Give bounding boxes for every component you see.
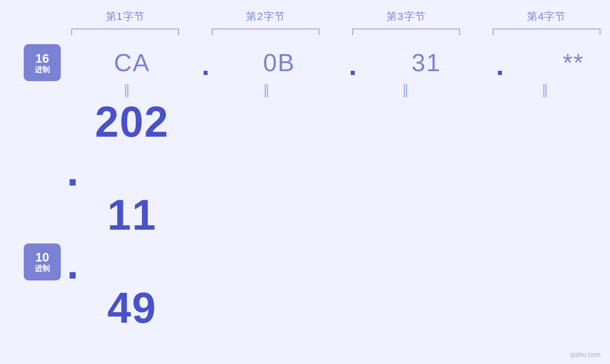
decimal-val1: 202 bbox=[66, 98, 198, 147]
hex-val4: ** bbox=[507, 48, 610, 77]
decimal-dot1: . bbox=[66, 147, 80, 196]
eq1-2: ‖ bbox=[205, 82, 331, 97]
main-container: 第1字节 第2字节 第3字节 第4字节 16 进制 CA . 0B . bbox=[0, 0, 610, 364]
equals-row-1: ‖ ‖ ‖ ‖ bbox=[66, 81, 610, 98]
decimal-badge: 10 进制 bbox=[24, 243, 61, 280]
hex-val1: CA bbox=[66, 48, 198, 77]
hex-val2: 0B bbox=[213, 48, 346, 77]
decimal-badge-num: 10 bbox=[36, 251, 49, 264]
hex-badge: 16 进制 bbox=[24, 44, 61, 81]
watermark: ipshu.com bbox=[570, 351, 601, 358]
hex-badge-num: 16 bbox=[36, 52, 49, 65]
eq1-4: ‖ bbox=[484, 82, 610, 97]
hex-cells: CA . 0B . 31 . ** bbox=[66, 48, 610, 77]
hex-val3: 31 bbox=[360, 48, 493, 77]
eq1-1: ‖ bbox=[66, 82, 191, 97]
byte3-label: 第3字节 bbox=[343, 9, 469, 24]
decimal-val3: 49 bbox=[66, 284, 198, 333]
byte4-top-bracket bbox=[483, 28, 610, 37]
decimal-cells: 202 . 11 . 49 . *** bbox=[66, 98, 198, 364]
decimal-row: 10 进制 202 . 11 . 49 . *** bbox=[24, 98, 610, 364]
decimal-dot3: . bbox=[66, 333, 80, 364]
decimal-badge-label: 进制 bbox=[35, 264, 50, 273]
hex-dot3: . bbox=[493, 49, 507, 82]
hex-row: 16 进制 CA . 0B . 31 . ** bbox=[24, 44, 610, 81]
byte2-label: 第2字节 bbox=[202, 9, 329, 24]
decimal-dot2: . bbox=[66, 240, 80, 289]
content-area: 16 进制 CA . 0B . 31 . ** ‖ ‖ ‖ ‖ bbox=[24, 44, 610, 364]
hex-dot1: . bbox=[198, 49, 213, 82]
decimal-val2: 11 bbox=[66, 191, 198, 240]
eq1-3: ‖ bbox=[345, 82, 470, 97]
hex-dot2: . bbox=[346, 49, 360, 82]
byte4-label: 第4字节 bbox=[483, 9, 610, 24]
byte1-label: 第1字节 bbox=[62, 9, 188, 24]
top-brackets-row bbox=[62, 28, 610, 37]
byte3-top-bracket bbox=[343, 28, 469, 37]
byte2-top-bracket bbox=[202, 28, 329, 37]
byte-labels-row: 第1字节 第2字节 第3字节 第4字节 bbox=[62, 9, 610, 24]
byte1-top-bracket bbox=[62, 28, 188, 37]
hex-badge-label: 进制 bbox=[35, 65, 50, 74]
